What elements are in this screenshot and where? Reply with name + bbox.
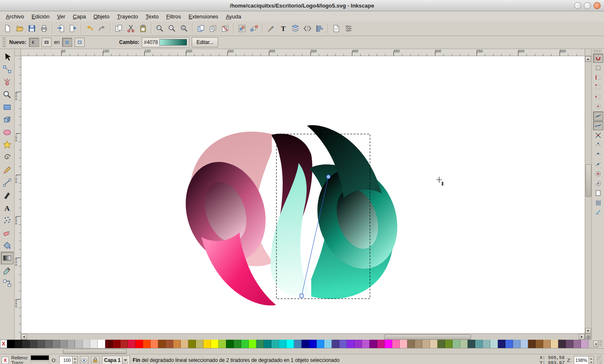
opacity-up-button[interactable]: ▲ xyxy=(73,356,77,360)
palette-swatch[interactable] xyxy=(543,340,551,348)
tool-pencil[interactable] xyxy=(1,164,13,176)
palette-swatch[interactable] xyxy=(339,340,347,348)
layer-lock-toggle[interactable] xyxy=(91,356,99,364)
tool-tweak[interactable] xyxy=(1,76,13,88)
align-distribute-button[interactable] xyxy=(314,23,325,34)
menu-trayecto[interactable]: Trayecto xyxy=(114,12,141,21)
palette-swatch[interactable] xyxy=(490,340,498,348)
palette-swatch[interactable] xyxy=(143,340,151,348)
edit-gradient-button[interactable]: Editar... xyxy=(192,37,218,47)
palette-swatch[interactable] xyxy=(158,340,166,348)
palette-swatch[interactable] xyxy=(60,340,68,348)
tool-node-editor[interactable] xyxy=(1,63,13,76)
palette-swatch[interactable] xyxy=(385,340,392,348)
save-document-button[interactable] xyxy=(26,23,38,34)
palette-swatch[interactable] xyxy=(453,340,460,348)
tool-paint-bucket[interactable] xyxy=(1,239,13,252)
menu-edicion[interactable]: Edición xyxy=(28,12,53,21)
palette-swatch[interactable] xyxy=(279,340,286,348)
snap-rotation-centers-button[interactable] xyxy=(593,179,603,188)
current-layer-selector[interactable]: Capa 1 xyxy=(102,356,130,364)
snap-bbox-edges-button[interactable] xyxy=(593,73,603,82)
gradient-stroke-toggle[interactable] xyxy=(75,38,85,47)
print-document-button[interactable] xyxy=(38,23,50,34)
snap-grid-lines-button[interactable] xyxy=(593,198,603,207)
palette-swatch[interactable] xyxy=(15,340,22,348)
tool-gradient[interactable] xyxy=(1,252,13,264)
palette-swatch[interactable] xyxy=(90,340,98,348)
palette-swatch[interactable] xyxy=(370,340,377,348)
gradient-fill-toggle[interactable] xyxy=(62,38,72,47)
palette-swatch[interactable] xyxy=(422,340,430,348)
snap-line-midpoints-button[interactable] xyxy=(593,160,603,169)
snap-to-paths-button[interactable] xyxy=(593,121,603,130)
palette-swatch[interactable] xyxy=(234,340,241,348)
palette-swatch[interactable] xyxy=(120,340,128,348)
menu-archivo[interactable]: Archivo xyxy=(3,12,27,21)
palette-swatch[interactable] xyxy=(573,340,581,348)
palette-swatch[interactable] xyxy=(566,340,573,348)
tool-zoom[interactable] xyxy=(1,88,13,101)
zoom-to-drawing-button[interactable] xyxy=(166,23,178,34)
minimize-icon[interactable] xyxy=(574,2,581,9)
text-dialog-button[interactable]: T xyxy=(277,23,289,34)
toolbar-grip[interactable] xyxy=(3,38,6,47)
tool-text[interactable]: A xyxy=(1,201,13,214)
redo-button[interactable] xyxy=(96,23,108,34)
palette-swatch[interactable] xyxy=(294,340,302,348)
palette-scrollbar[interactable] xyxy=(0,348,604,354)
palette-swatch[interactable] xyxy=(558,340,566,348)
palette-none-swatch[interactable]: X xyxy=(0,340,7,348)
palette-swatch[interactable] xyxy=(181,340,188,348)
snap-guide-lines-button[interactable] xyxy=(593,208,603,217)
palette-swatch[interactable] xyxy=(249,340,256,348)
snap-object-centers-button[interactable] xyxy=(593,169,603,178)
palette-swatch[interactable] xyxy=(196,340,203,348)
scroll-up-button[interactable] xyxy=(585,56,591,62)
zoom-down-button[interactable]: ▼ xyxy=(589,360,594,364)
palette-swatch[interactable] xyxy=(113,340,120,348)
new-document-button[interactable] xyxy=(2,23,13,34)
layers-dialog-button[interactable] xyxy=(289,23,301,34)
palette-swatch[interactable] xyxy=(166,340,173,348)
palette-swatch[interactable] xyxy=(528,340,536,348)
palette-scroll-thumb[interactable] xyxy=(63,349,127,354)
tool-calligraphy[interactable] xyxy=(1,189,13,201)
palette-swatch[interactable] xyxy=(407,340,415,348)
stroke-color-swatch[interactable] xyxy=(31,361,49,364)
palette-swatch[interactable] xyxy=(505,340,513,348)
copy-button[interactable] xyxy=(113,23,125,34)
paste-button[interactable] xyxy=(137,23,149,34)
palette-swatch[interactable] xyxy=(105,340,113,348)
snap-path-intersections-button[interactable] xyxy=(593,131,603,140)
enable-snapping-button[interactable] xyxy=(593,54,603,63)
zoom-up-button[interactable]: ▲ xyxy=(589,356,594,360)
palette-swatch[interactable] xyxy=(521,340,528,348)
canvas[interactable] xyxy=(21,56,585,333)
zoom-to-selection-button[interactable] xyxy=(154,23,166,34)
menu-filtros[interactable]: Filtros xyxy=(163,12,184,21)
palette-swatch[interactable] xyxy=(256,340,264,348)
tool-dropper[interactable] xyxy=(1,264,13,277)
title-bar[interactable]: /home/caciquitxs/Escritorio/Logo4/logo5.… xyxy=(0,0,604,11)
palette-swatch[interactable] xyxy=(241,340,249,348)
menu-objeto[interactable]: Objeto xyxy=(90,12,113,21)
tool-3d-box[interactable] xyxy=(1,114,13,126)
opacity-down-button[interactable]: ▼ xyxy=(73,360,77,364)
ungroup-button[interactable] xyxy=(248,23,260,34)
menu-texto[interactable]: Texto xyxy=(142,12,162,21)
palette-swatch[interactable] xyxy=(445,340,453,348)
palette-swatch[interactable] xyxy=(37,340,45,348)
palette-swatch[interactable] xyxy=(203,340,211,348)
palette-swatch[interactable] xyxy=(52,340,60,348)
stroke-none-indicator[interactable]: X xyxy=(2,357,9,364)
preferences-button[interactable] xyxy=(343,23,354,34)
palette-scroll-left-button[interactable] xyxy=(593,341,598,347)
snap-bbox-centers-button[interactable] xyxy=(593,102,603,111)
close-icon[interactable] xyxy=(594,2,601,9)
cut-button[interactable] xyxy=(125,23,137,34)
vertical-ruler[interactable]: 8 0 07 5 07 0 06 5 06 0 05 5 0 xyxy=(15,56,21,340)
undo-button[interactable] xyxy=(84,23,96,34)
tool-spiral[interactable] xyxy=(1,151,13,164)
zoom-spinbox[interactable]: 198% ▲ ▼ xyxy=(574,356,594,364)
